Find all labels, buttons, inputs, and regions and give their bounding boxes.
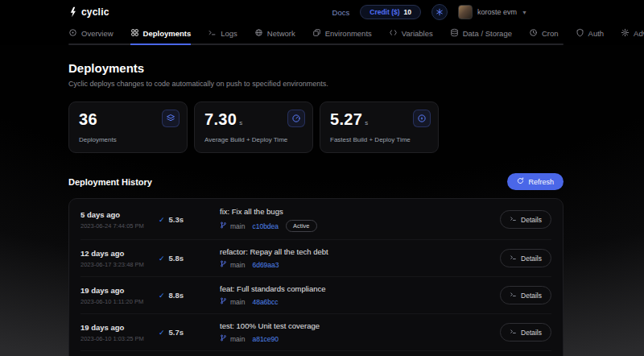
branch: main [220, 260, 245, 269]
globe-icon [254, 28, 263, 39]
details-button[interactable]: Details [500, 210, 551, 229]
commit-hash-link[interactable]: 48a6bcc [252, 298, 278, 306]
environments-icon [312, 28, 321, 39]
stat-label: Fastest Build + Deploy Time [330, 136, 428, 143]
stat-unit: s [365, 119, 368, 126]
tab-deployments[interactable]: Deployments [130, 24, 192, 45]
deployment-row: 5 days ago 2023-06-24 7:44:05 PM ✓ 5.3s … [80, 200, 551, 240]
speed-icon [413, 110, 431, 127]
relative-time: 19 days ago [80, 286, 159, 295]
cyclic-logo[interactable]: cyclic [68, 6, 109, 18]
timestamp: 2023-06-24 7:44:05 PM [80, 222, 159, 230]
details-label: Details [521, 216, 542, 224]
timestamp: 2023-06-10 1:03:25 PM [80, 335, 159, 342]
credit-badge[interactable]: Credit ($) 10 [360, 5, 421, 19]
logo-text: cyclic [81, 6, 109, 18]
commit-message: feat: Full standards compliance [220, 284, 500, 293]
refresh-icon [517, 177, 524, 186]
database-icon [450, 28, 459, 39]
tab-label: Data / Storage [463, 29, 512, 38]
main-nav: Overview Deployments Logs Network Enviro… [0, 24, 644, 45]
stat-card-deployments: 36 Deployments [68, 101, 188, 153]
tab-label: Logs [221, 29, 237, 38]
deployment-row: 19 days ago 2023-06-10 1:11:20 PM ✓ 8.8s… [80, 277, 551, 314]
shield-icon [576, 28, 584, 39]
terminal-icon [510, 215, 517, 224]
tab-environments[interactable]: Environments [312, 24, 372, 45]
commit-message: fix: Fix all the bugs [220, 207, 500, 216]
details-button[interactable]: Details [500, 323, 551, 342]
branch-name: main [230, 222, 245, 230]
docs-link[interactable]: Docs [332, 8, 350, 17]
username: koroste evm [477, 8, 517, 16]
tab-auth[interactable]: Auth [576, 24, 605, 45]
layers-icon [162, 110, 180, 127]
timestamp: 2023-06-17 3:23:48 PM [80, 261, 159, 268]
stat-value: 5.27 [330, 110, 362, 129]
check-icon: ✓ [159, 216, 165, 224]
details-button[interactable]: Details [500, 249, 551, 267]
deployment-row: 12 days ago 2023-06-17 3:23:48 PM ✓ 5.8s… [80, 240, 551, 277]
tab-label: Cron [542, 29, 559, 38]
check-icon: ✓ [159, 292, 165, 300]
terminal-icon [208, 28, 217, 39]
commit-hash-link[interactable]: 6d69aa3 [252, 261, 279, 269]
commit-hash-link[interactable]: c10bdea [252, 222, 279, 230]
overview-icon [68, 28, 77, 39]
branch-name: main [230, 261, 245, 269]
relative-time: 19 days ago [80, 323, 159, 332]
tab-label: Network [267, 29, 295, 38]
stat-card-fastest-time: 5.27 s Fastest Build + Deploy Time [320, 101, 439, 153]
stat-value: 7.30 [204, 110, 237, 129]
tab-logs[interactable]: Logs [208, 24, 237, 45]
refresh-label: Refresh [528, 178, 554, 186]
gauge-icon [287, 110, 305, 127]
commit-hash-link[interactable]: a81ce90 [252, 335, 279, 343]
deployment-history-list: 5 days ago 2023-06-24 7:44:05 PM ✓ 5.3s … [68, 198, 564, 356]
git-branch-icon [220, 334, 227, 343]
page-subtitle: Cyclic deploys changes to code automatic… [68, 80, 564, 88]
tab-advanced[interactable]: Advanced [621, 24, 644, 45]
user-menu[interactable]: koroste evm ▼ [458, 5, 527, 19]
refresh-button[interactable]: Refresh [507, 173, 564, 190]
branch-name: main [230, 298, 245, 306]
app-window: cyclic Docs Credit ($) 10 koroste evm ▼ [0, 0, 644, 356]
branch: main [220, 334, 245, 343]
build-duration: 5.3s [169, 215, 184, 224]
stat-cards: 36 Deployments 7.30 s Average Build + De… [68, 101, 564, 153]
tab-data-storage[interactable]: Data / Storage [450, 24, 512, 45]
git-branch-icon [220, 260, 227, 269]
terminal-icon [510, 291, 517, 300]
details-label: Details [521, 292, 542, 300]
commit-message: refactor: Repay all the tech debt [220, 247, 500, 256]
relative-time: 12 days ago [80, 249, 159, 258]
tab-network[interactable]: Network [254, 24, 295, 45]
branch: main [220, 221, 245, 230]
branch-name: main [230, 335, 245, 343]
spark-icon[interactable] [431, 4, 448, 20]
tab-label: Overview [81, 29, 114, 38]
tab-label: Variables [402, 29, 433, 38]
tab-label: Auth [588, 29, 605, 38]
deployments-icon [130, 28, 139, 39]
terminal-icon [510, 328, 517, 337]
terminal-icon [510, 254, 517, 263]
stat-label: Deployments [79, 136, 177, 143]
tab-cron[interactable]: Cron [529, 24, 559, 45]
stat-card-average-time: 7.30 s Average Build + Deploy Time [194, 101, 313, 153]
credit-value: 10 [404, 8, 411, 16]
tab-overview[interactable]: Overview [68, 24, 114, 45]
stat-label: Average Build + Deploy Time [204, 136, 303, 143]
active-badge: Active [286, 220, 316, 232]
deployment-row: 19 days ago 2023-06-10 10:17:39 AM ✓ 7.6… [80, 351, 551, 356]
build-duration: 5.7s [169, 328, 184, 337]
check-icon: ✓ [159, 255, 165, 263]
history-header: Deployment History Refresh [68, 173, 564, 190]
git-branch-icon [220, 297, 227, 306]
relative-time: 5 days ago [80, 210, 159, 219]
commit-message: test: 100% Unit test coverage [220, 321, 500, 330]
top-header: cyclic Docs Credit ($) 10 koroste evm ▼ [0, 0, 644, 24]
tab-variables[interactable]: Variables [389, 24, 433, 45]
details-label: Details [521, 255, 542, 263]
details-button[interactable]: Details [500, 286, 551, 304]
